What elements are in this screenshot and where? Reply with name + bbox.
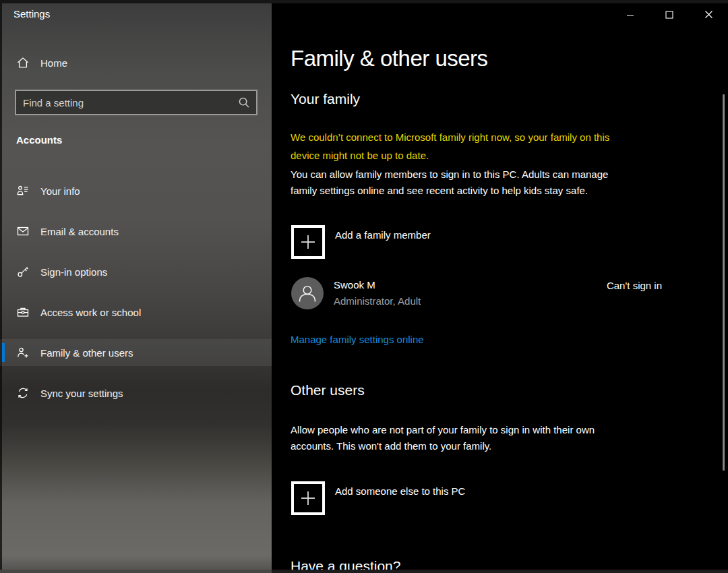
search-box (15, 90, 257, 115)
sidebar-item-label: Email & accounts (40, 226, 119, 237)
sidebar-item-label: Family & other users (40, 347, 133, 359)
sidebar-item-label: Access work or school (40, 307, 141, 318)
other-users-heading: Other users (291, 382, 365, 398)
add-someone-else-button[interactable]: Add someone else to this PC (291, 481, 465, 515)
search-icon[interactable] (237, 96, 251, 109)
page-title: Family & other users (291, 46, 488, 71)
briefcase-icon (16, 305, 30, 319)
member-role: Administrator, Adult (334, 295, 421, 307)
member-name: Swook M (334, 279, 375, 291)
maximize-icon (665, 11, 673, 19)
settings-window: Settings Home Accounts (0, 0, 728, 573)
minimize-button[interactable] (611, 3, 650, 26)
sidebar-item-home[interactable]: Home (0, 49, 272, 76)
sidebar-item-family-other-users[interactable]: Family & other users (0, 339, 272, 366)
window-bottom-edge (272, 570, 728, 573)
plus-icon (291, 225, 325, 259)
your-family-description: You can allow family members to sign in … (291, 167, 636, 199)
add-family-member-label: Add a family member (335, 225, 431, 241)
window-title: Settings (13, 8, 50, 20)
manage-family-settings-link[interactable]: Manage family settings online (291, 334, 424, 345)
home-icon (16, 56, 30, 69)
member-status: Can't sign in (607, 280, 662, 291)
avatar (291, 277, 324, 309)
sidebar-section-accounts: Accounts (16, 134, 62, 146)
sidebar-item-label: Home (40, 57, 67, 69)
plus-icon (291, 481, 325, 515)
sidebar-item-label: Your info (40, 185, 80, 197)
family-connect-warning: We couldn’t connect to Microsoft family … (291, 128, 636, 164)
sidebar-item-label: Sync your settings (40, 388, 123, 399)
add-family-member-button[interactable]: Add a family member (291, 225, 431, 259)
sidebar-item-label: Sign-in options (40, 266, 107, 278)
person-card-icon (16, 184, 30, 198)
scrollbar[interactable] (723, 94, 725, 471)
sidebar-item-sync-settings[interactable]: Sync your settings (0, 380, 272, 406)
sidebar-item-access-work-school[interactable]: Access work or school (0, 299, 272, 326)
sidebar: Settings Home Accounts (0, 0, 272, 573)
add-someone-else-label: Add someone else to this PC (335, 481, 465, 497)
close-button[interactable] (689, 3, 728, 26)
person-add-icon (16, 346, 30, 359)
family-member-row[interactable]: Swook M Administrator, Adult Can't sign … (291, 277, 709, 309)
window-bottom-edge (0, 570, 272, 573)
sync-icon (16, 386, 30, 400)
envelope-icon (16, 224, 30, 238)
close-icon (704, 10, 713, 19)
search-input[interactable] (16, 97, 237, 109)
your-family-heading: Your family (291, 91, 360, 107)
key-icon (16, 265, 30, 278)
maximize-button[interactable] (650, 3, 689, 26)
sidebar-item-sign-in-options[interactable]: Sign-in options (0, 258, 272, 285)
minimize-icon (626, 11, 634, 19)
other-users-description: Allow people who are not part of your fa… (291, 422, 636, 454)
main-content: Family & other users Your family We coul… (272, 0, 728, 573)
sidebar-item-email-accounts[interactable]: Email & accounts (0, 218, 272, 245)
sidebar-item-your-info[interactable]: Your info (0, 177, 272, 204)
caption-buttons (611, 3, 728, 26)
